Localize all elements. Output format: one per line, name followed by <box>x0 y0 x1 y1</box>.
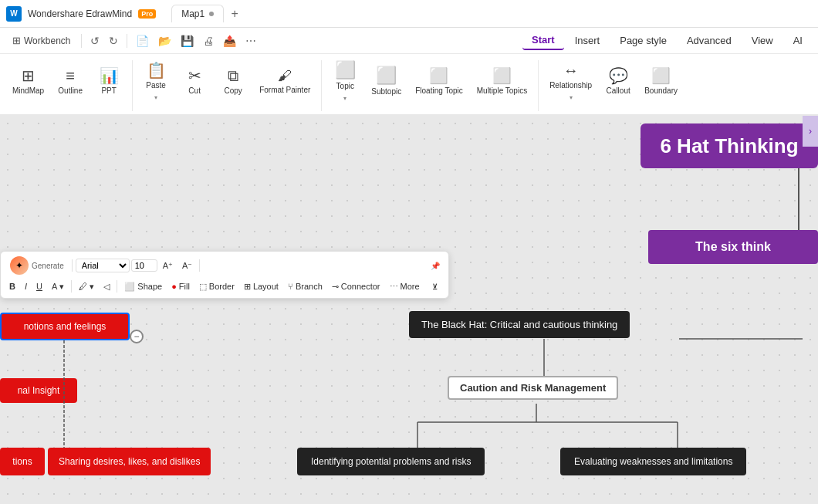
float-toolbar: ✦ Generate Arial A⁺ A⁻ 📌 B I <box>0 251 449 299</box>
copy-button[interactable]: ⧉ Copy <box>215 57 252 107</box>
layout-button[interactable]: ⊞ Layout <box>240 280 282 293</box>
callout-button[interactable]: 💬 Callout <box>600 57 637 107</box>
more-format-button[interactable]: ⋯ More <box>386 280 424 293</box>
font-color-button[interactable]: A ▾ <box>48 280 68 293</box>
undo-button[interactable]: ↺ <box>86 32 103 49</box>
font-size-input[interactable] <box>131 259 157 272</box>
ribbon-sep2 <box>321 60 322 111</box>
redo-button[interactable]: ↻ <box>105 32 122 49</box>
outline-label: Outline <box>58 86 83 96</box>
sub-title-node[interactable]: The six think <box>648 230 818 264</box>
multiple-topics-button[interactable]: ⬜ Multiple Topics <box>471 57 533 107</box>
node-black-hat[interactable]: The Black Hat: Critical and cautious thi… <box>409 311 630 338</box>
outline-button[interactable]: ≡ Outline <box>52 57 89 107</box>
node-caution-text: Caution and Risk Management <box>460 382 606 394</box>
increase-font-icon: A⁺ <box>163 261 173 271</box>
format-painter-button[interactable]: 🖌 Format Painter <box>253 57 316 107</box>
menu-view[interactable]: View <box>742 32 783 49</box>
more-button[interactable]: ⋯ <box>242 32 260 49</box>
collapse-format-button[interactable]: ⊻ <box>427 278 444 295</box>
mindmap-label: MindMap <box>12 86 44 96</box>
ft-sep1 <box>72 259 73 272</box>
increase-font-button[interactable]: A⁺ <box>159 259 177 272</box>
border-button[interactable]: ⬚ Border <box>195 280 238 293</box>
menu-insert[interactable]: Insert <box>566 32 610 49</box>
node-notions-feelings-text: notions and feelings <box>24 321 106 332</box>
highlight-button[interactable]: 🖊 ▾ <box>75 280 98 293</box>
underline-button[interactable]: U <box>32 280 46 293</box>
border-icon: ⬚ <box>199 282 207 292</box>
floating-topic-icon: ⬜ <box>429 68 448 83</box>
node-problems[interactable]: Identifying potential problems and risks <box>297 448 485 475</box>
connectors <box>0 116 818 504</box>
mindmap-button[interactable]: ⊞ MindMap <box>6 57 50 107</box>
fill-button[interactable]: ● Fill <box>167 280 194 293</box>
subtopic-button[interactable]: ⬜ Subtopic <box>365 57 407 107</box>
pro-badge: Pro <box>138 9 156 19</box>
cut-label: Cut <box>188 86 201 96</box>
menu-start[interactable]: Start <box>522 31 564 50</box>
decrease-font-button[interactable]: A⁻ <box>178 259 196 272</box>
node-caution[interactable]: Caution and Risk Management <box>448 376 618 400</box>
open-button[interactable]: 📂 <box>154 32 175 49</box>
paste-label: Paste <box>146 81 166 90</box>
canvas[interactable]: › 6 Hat Thinking The six think ✦ Generat… <box>0 116 818 504</box>
cut-button[interactable]: ✂ Cut <box>176 57 213 107</box>
subtopic-label: Subtopic <box>371 87 401 96</box>
floating-topic-label: Floating Topic <box>415 86 463 96</box>
node-problems-text: Identifying potential problems and risks <box>311 456 471 467</box>
menu-page-style[interactable]: Page style <box>610 32 676 49</box>
app-name: Wondershare EdrawMind <box>28 8 132 19</box>
connector-main <box>798 168 799 230</box>
pin-button[interactable]: 📌 <box>427 257 444 274</box>
connector-button[interactable]: ⊸ Connector <box>328 280 384 293</box>
node-weaknesses-text: Evaluating weaknesses and limitations <box>574 456 732 467</box>
floating-topic-button[interactable]: ⬜ Floating Topic <box>409 57 469 107</box>
collapse-arrow[interactable]: › <box>803 116 818 147</box>
font-color-icon: A <box>52 282 57 291</box>
relationship-button[interactable]: ↔ Relationship ▾ <box>543 57 598 107</box>
print-button[interactable]: 🖨 <box>199 32 218 49</box>
copy-label: Copy <box>224 86 242 96</box>
node-notions-feelings[interactable]: notions and feelings <box>0 313 130 340</box>
export-button[interactable]: 📤 <box>219 32 240 49</box>
menu-ai[interactable]: AI <box>784 32 812 49</box>
ppt-icon: 📊 <box>100 68 119 83</box>
font-family-select[interactable]: Arial <box>76 259 130 272</box>
app-logo: W <box>6 6 22 22</box>
tab-map1[interactable]: Map1 <box>171 5 224 22</box>
ppt-button[interactable]: 📊 PPT <box>90 57 127 107</box>
node-weaknesses[interactable]: Evaluating weaknesses and limitations <box>560 448 746 475</box>
save-button[interactable]: 💾 <box>177 32 198 49</box>
node-insight[interactable]: nal Insight <box>0 378 77 403</box>
workbench-button[interactable]: ⊞ Workbench <box>6 32 76 49</box>
italic-button[interactable]: I <box>21 280 31 293</box>
collapse-node-btn[interactable]: − <box>130 330 144 343</box>
bold-button[interactable]: B <box>5 280 19 293</box>
new-button[interactable]: 📄 <box>132 32 153 49</box>
node-insight-text: nal Insight <box>18 385 60 396</box>
node-tions[interactable]: tions <box>0 448 45 475</box>
ribbon-sep3 <box>538 60 539 111</box>
branch-button[interactable]: ⑂ Branch <box>284 280 326 293</box>
paste-button[interactable]: 📋 Paste ▾ <box>137 57 174 107</box>
main-title-node[interactable]: 6 Hat Thinking <box>641 123 818 168</box>
fill-icon: ● <box>171 282 177 291</box>
topic-button[interactable]: ⬜ Topic ▾ <box>326 57 363 107</box>
workbench-icon: ⊞ <box>12 35 21 46</box>
generate-button[interactable]: ✦ Generate <box>5 255 69 276</box>
relationship-icon: ↔ <box>563 63 579 78</box>
title-bar: W Wondershare EdrawMind Pro Map1 + <box>0 0 818 28</box>
node-sharing[interactable]: Sharing desires, likes, and dislikes <box>48 448 211 475</box>
multiple-topics-label: Multiple Topics <box>477 86 527 96</box>
subtopic-icon: ⬜ <box>376 67 397 84</box>
cut-icon: ✂ <box>188 68 201 83</box>
erase-button[interactable]: ◁ <box>100 280 113 293</box>
separator2 <box>127 34 127 48</box>
shape-button[interactable]: ⬜ Shape <box>120 280 166 293</box>
main-title-text: 6 Hat Thinking <box>660 134 798 158</box>
boundary-button[interactable]: ⬜ Boundary <box>638 57 684 107</box>
toolbar1: ⊞ Workbench ↺ ↻ 📄 📂 💾 🖨 📤 ⋯ Start Insert… <box>0 28 818 54</box>
tab-add-button[interactable]: + <box>227 6 242 22</box>
menu-advanced[interactable]: Advanced <box>678 32 741 49</box>
